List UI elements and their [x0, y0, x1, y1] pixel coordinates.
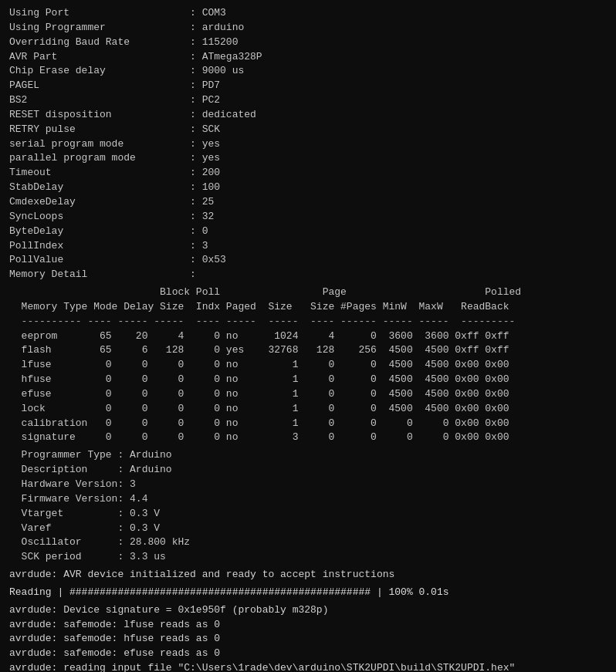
- terminal-line: parallel program mode : yes: [9, 151, 607, 166]
- terminal-line: Block Poll Page Polled: [9, 285, 607, 300]
- terminal-line: PAGEL : PD7: [9, 79, 607, 93]
- terminal-line: StabDelay : 100: [9, 181, 607, 195]
- terminal-line: Varef : 0.3 V: [9, 522, 607, 536]
- terminal-line: Vtarget : 0.3 V: [9, 507, 607, 522]
- terminal-line: Memory Type Mode Delay Size Indx Paged S…: [9, 300, 607, 315]
- terminal-line: Description : Arduino: [9, 463, 607, 478]
- terminal-line: efuse 0 0 0 0 no 1 0 0 4500 4500 0x00 0x…: [9, 387, 607, 402]
- terminal-line: Using Port : COM3: [9, 6, 607, 21]
- terminal-line: lfuse 0 0 0 0 no 1 0 0 4500 4500 0x00 0x…: [9, 358, 607, 373]
- terminal-line: avrdude: Device signature = 0x1e950f (pr…: [9, 603, 607, 618]
- terminal-line: avrdude: safemode: hfuse reads as 0: [9, 632, 607, 647]
- terminal-line: CmdexeDelay : 25: [9, 195, 607, 210]
- terminal-line: ByteDelay : 0: [9, 225, 607, 239]
- terminal-line: ---------- ---- ----- ----- ---- ----- -…: [9, 315, 607, 329]
- terminal-line: calibration 0 0 0 0 no 1 0 0 0 0 0x00 0x…: [9, 417, 607, 431]
- terminal-line: avrdude: AVR device initialized and read…: [9, 568, 607, 583]
- terminal-line: AVR Part : ATmega328P: [9, 50, 607, 65]
- terminal-line: Chip Erase delay : 9000 us: [9, 64, 607, 79]
- terminal-line: flash 65 6 128 0 yes 32768 128 256 4500 …: [9, 343, 607, 358]
- terminal-line: PollIndex : 3: [9, 239, 607, 254]
- terminal-line: BS2 : PC2: [9, 93, 607, 108]
- terminal-line: Timeout : 200: [9, 166, 607, 181]
- terminal-line: RESET disposition : dedicated: [9, 108, 607, 123]
- terminal-line: eeprom 65 20 4 0 no 1024 4 0 3600 3600 0…: [9, 329, 607, 344]
- terminal-line: Firmware Version: 4.4: [9, 492, 607, 507]
- terminal-output: Using Port : COM3Using Programmer : ardu…: [9, 6, 607, 672]
- terminal-line: Memory Detail :: [9, 268, 607, 282]
- terminal-line: SCK period : 3.3 us: [9, 550, 607, 565]
- terminal-line: Using Programmer : arduino: [9, 21, 607, 35]
- terminal-line: hfuse 0 0 0 0 no 1 0 0 4500 4500 0x00 0x…: [9, 373, 607, 387]
- terminal-line: lock 0 0 0 0 no 1 0 0 4500 4500 0x00 0x0…: [9, 402, 607, 417]
- terminal-line: SyncLoops : 32: [9, 210, 607, 225]
- terminal-line: avrdude: safemode: efuse reads as 0: [9, 647, 607, 661]
- terminal-line: avrdude: reading input file "C:\Users\1r…: [9, 661, 607, 672]
- terminal-line: signature 0 0 0 0 no 3 0 0 0 0 0x00 0x00: [9, 431, 607, 445]
- terminal-line: Reading | ##############################…: [9, 586, 607, 600]
- terminal-line: RETRY pulse : SCK: [9, 123, 607, 137]
- terminal-line: PollValue : 0x53: [9, 253, 607, 268]
- terminal-line: serial program mode : yes: [9, 137, 607, 152]
- terminal-line: Oscillator : 28.800 kHz: [9, 535, 607, 550]
- terminal-line: Overriding Baud Rate : 115200: [9, 35, 607, 50]
- terminal-line: Programmer Type : Arduino: [9, 448, 607, 463]
- terminal-line: Hardware Version: 3: [9, 478, 607, 492]
- terminal-line: avrdude: safemode: lfuse reads as 0: [9, 618, 607, 633]
